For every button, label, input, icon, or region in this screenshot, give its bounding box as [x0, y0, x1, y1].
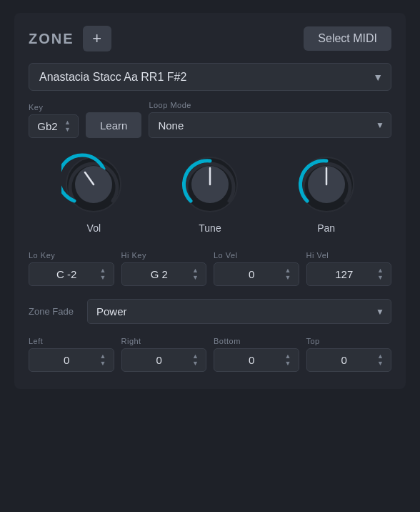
key-field-group: Key Gb2 ▲ ▼	[29, 103, 79, 138]
instrument-dropdown-wrapper: Anastacia Stacc Aa RR1 F#2 ▼	[29, 63, 391, 91]
right-arrows: ▲ ▼	[191, 353, 200, 367]
bottom-label: Bottom	[214, 337, 299, 345]
main-panel: ZONE + Select MIDI Anastacia Stacc Aa RR…	[14, 13, 406, 389]
tune-knob[interactable]	[178, 152, 242, 217]
loop-mode-dropdown-wrapper: NoneForwardBackwardPing-Pong ▼	[149, 112, 391, 138]
vol-knob-group: Vol	[61, 152, 126, 234]
left-label: Left	[29, 337, 114, 345]
left-up[interactable]: ▲	[99, 353, 108, 360]
loop-mode-field-group: Loop Mode NoneForwardBackwardPing-Pong ▼	[149, 101, 391, 138]
bottom-arrows: ▲ ▼	[284, 353, 293, 367]
lo-vel-arrows: ▲ ▼	[284, 267, 293, 281]
lo-key-value: C -2	[35, 268, 99, 280]
hi-vel-stepper: 127 ▲ ▼	[306, 262, 392, 286]
hi-key-stepper: G 2 ▲ ▼	[121, 262, 207, 286]
key-down-arrow[interactable]: ▼	[63, 127, 72, 133]
key-value: Gb2	[35, 120, 60, 132]
right-value: 0	[128, 354, 191, 366]
lo-key-stepper: C -2 ▲ ▼	[29, 262, 114, 286]
bottom-stepper: 0 ▲ ▼	[214, 348, 299, 372]
hi-key-label: Hi Key	[121, 251, 207, 260]
key-stepper-box: Gb2 ▲ ▼	[29, 114, 79, 138]
right-field: Right 0 ▲ ▼	[121, 337, 207, 372]
lo-vel-up[interactable]: ▲	[284, 267, 293, 274]
left-down[interactable]: ▼	[99, 360, 108, 367]
bottom-up[interactable]: ▲	[284, 353, 293, 360]
tune-knob-svg	[178, 152, 242, 217]
key-up-arrow[interactable]: ▲	[63, 119, 72, 126]
hi-vel-field: Hi Vel 127 ▲ ▼	[306, 251, 392, 286]
top-down[interactable]: ▼	[376, 360, 385, 367]
hi-key-value: G 2	[128, 268, 191, 280]
range-row: Lo Key C -2 ▲ ▼ Hi Key G 2 ▲ ▼ Lo Vel	[29, 251, 391, 286]
top-arrows: ▲ ▼	[376, 353, 385, 367]
bottom-value: 0	[220, 354, 284, 366]
left-arrows: ▲ ▼	[99, 353, 108, 367]
hi-vel-arrows: ▲ ▼	[376, 267, 385, 281]
vol-knob-svg	[61, 152, 126, 217]
zone-label: ZONE	[29, 31, 74, 47]
learn-button[interactable]: Learn	[86, 112, 141, 138]
top-label: Top	[306, 337, 392, 345]
left-field: Left 0 ▲ ▼	[29, 337, 114, 372]
header-left: ZONE +	[29, 26, 111, 51]
hi-vel-up[interactable]: ▲	[376, 267, 385, 274]
hi-key-down[interactable]: ▼	[191, 275, 200, 281]
vol-knob[interactable]	[61, 152, 126, 217]
hi-vel-label: Hi Vel	[306, 251, 392, 260]
lo-key-down[interactable]: ▼	[99, 275, 108, 281]
tune-knob-label: Tune	[199, 222, 221, 234]
pan-knob-svg	[294, 152, 359, 217]
key-stepper-arrows: ▲ ▼	[63, 119, 72, 133]
zone-fade-row: Zone Fade PowerLinearNone ▼	[29, 299, 391, 324]
right-stepper: 0 ▲ ▼	[121, 348, 207, 372]
lo-key-field: Lo Key C -2 ▲ ▼	[29, 251, 114, 286]
lo-key-up[interactable]: ▲	[99, 267, 108, 274]
right-up[interactable]: ▲	[191, 353, 200, 360]
zone-fade-dropdown-wrapper: PowerLinearNone ▼	[87, 299, 391, 324]
key-label: Key	[29, 103, 79, 112]
instrument-select[interactable]: Anastacia Stacc Aa RR1 F#2	[29, 63, 391, 91]
top-up[interactable]: ▲	[376, 353, 385, 360]
left-value: 0	[35, 354, 99, 366]
pan-knob-label: Pan	[317, 222, 335, 234]
select-midi-button[interactable]: Select MIDI	[304, 26, 391, 51]
pan-knob-group: Pan	[294, 152, 359, 234]
knobs-row: Vol Tune	[29, 152, 391, 234]
right-down[interactable]: ▼	[191, 360, 200, 367]
hi-key-arrows: ▲ ▼	[191, 267, 200, 281]
zone-fade-select[interactable]: PowerLinearNone	[87, 299, 391, 324]
bottom-field: Bottom 0 ▲ ▼	[214, 337, 299, 372]
lo-key-arrows: ▲ ▼	[99, 267, 108, 281]
hi-key-up[interactable]: ▲	[191, 267, 200, 274]
hi-key-field: Hi Key G 2 ▲ ▼	[121, 251, 207, 286]
zone-fade-label: Zone Fade	[29, 306, 79, 317]
instrument-dropdown-row: Anastacia Stacc Aa RR1 F#2 ▼	[29, 63, 391, 91]
add-button[interactable]: +	[83, 26, 111, 51]
lo-vel-stepper: 0 ▲ ▼	[214, 262, 299, 286]
hi-vel-value: 127	[313, 268, 376, 280]
top-field: Top 0 ▲ ▼	[306, 337, 392, 372]
lo-vel-value: 0	[220, 268, 284, 280]
header-row: ZONE + Select MIDI	[29, 26, 391, 51]
vol-knob-label: Vol	[87, 222, 101, 234]
loop-mode-select[interactable]: NoneForwardBackwardPing-Pong	[149, 112, 391, 138]
tune-knob-group: Tune	[178, 152, 242, 234]
hi-vel-down[interactable]: ▼	[376, 275, 385, 281]
left-stepper: 0 ▲ ▼	[29, 348, 114, 372]
lo-vel-label: Lo Vel	[214, 251, 299, 260]
lo-vel-field: Lo Vel 0 ▲ ▼	[214, 251, 299, 286]
lrbt-row: Left 0 ▲ ▼ Right 0 ▲ ▼ Bottom 0	[29, 337, 391, 372]
lo-key-label: Lo Key	[29, 251, 114, 260]
pan-knob[interactable]	[294, 152, 359, 217]
key-loop-row: Key Gb2 ▲ ▼ Learn Loop Mode NoneForwardB…	[29, 101, 391, 138]
lo-vel-down[interactable]: ▼	[284, 275, 293, 281]
loop-mode-label: Loop Mode	[149, 101, 391, 109]
top-value: 0	[313, 354, 376, 366]
bottom-down[interactable]: ▼	[284, 360, 293, 367]
right-label: Right	[121, 337, 207, 345]
top-stepper: 0 ▲ ▼	[306, 348, 392, 372]
